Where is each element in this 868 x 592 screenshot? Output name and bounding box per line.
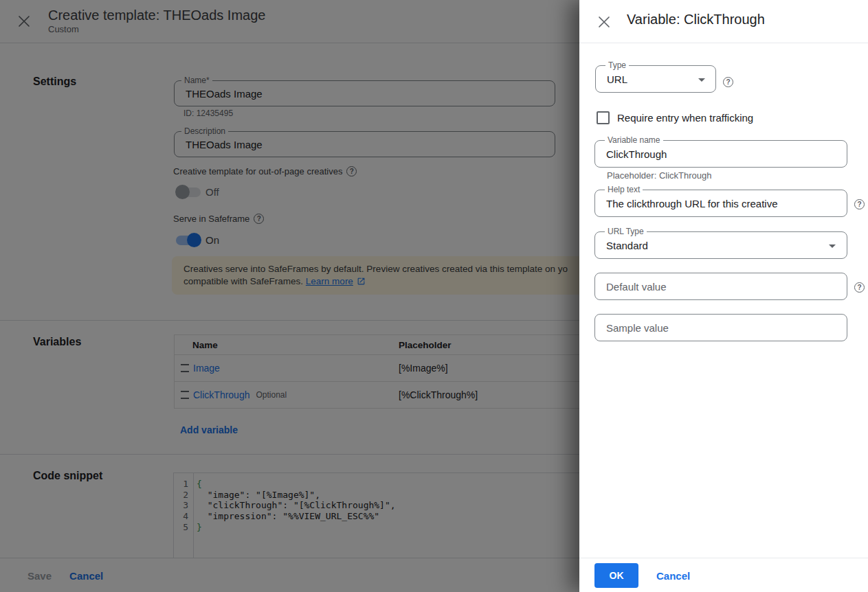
require-entry-checkbox[interactable] [597,111,610,124]
placeholder-helper: Placeholder: ClickThrough [607,170,711,181]
require-entry-label: Require entry when trafficking [617,112,753,124]
variable-name-value: ClickThrough [606,141,667,167]
url-type-value: Standard [606,232,648,258]
app-root: Creative template: THEOads Image Custom … [0,0,868,592]
help-icon[interactable] [723,77,733,87]
panel-footer: OK Cancel [579,558,868,592]
ok-button[interactable]: OK [594,563,638,588]
panel-header: Variable: ClickThrough [579,0,868,43]
help-icon[interactable] [854,282,865,293]
default-value-input[interactable] [595,273,847,299]
panel-cancel-button[interactable]: Cancel [656,570,690,582]
close-icon[interactable] [598,16,610,28]
default-value-field [594,273,847,300]
help-icon[interactable] [854,199,865,209]
help-text-field[interactable]: Help text The clickthrough URL for this … [594,190,847,217]
chevron-down-icon [698,78,705,82]
url-type-select[interactable]: URL Type Standard [594,231,847,259]
sample-value-field [594,314,847,341]
panel-title: Variable: ClickThrough [627,12,765,27]
variable-panel: Variable: ClickThrough Type URL Require … [579,0,868,592]
sample-value-input[interactable] [595,315,847,341]
type-select[interactable]: Type URL [595,65,716,93]
variable-name-field[interactable]: Variable name ClickThrough [594,140,847,168]
help-text-value: The clickthrough URL for this creative [606,190,778,216]
type-select-value: URL [607,66,627,92]
chevron-down-icon [829,244,836,248]
